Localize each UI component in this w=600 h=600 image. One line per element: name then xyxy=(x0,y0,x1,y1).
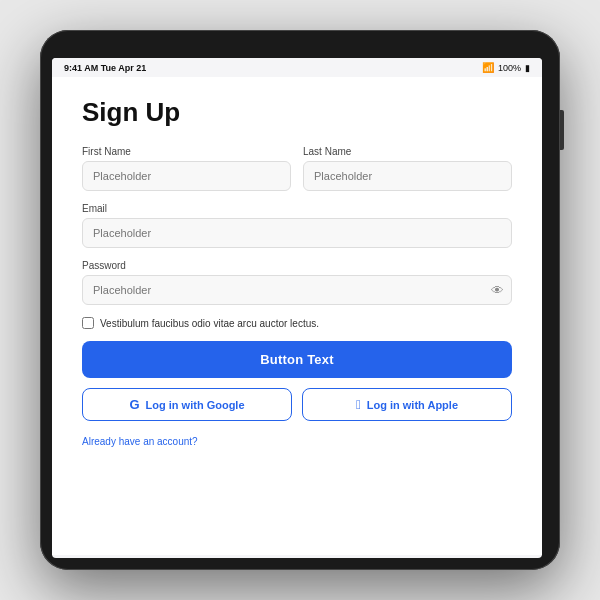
apple-login-button[interactable]:  Log in with Apple xyxy=(302,388,512,421)
apple-icon:  xyxy=(356,397,361,412)
name-row: First Name Last Name xyxy=(82,146,512,191)
terms-checkbox[interactable] xyxy=(82,317,94,329)
page-title: Sign Up xyxy=(82,97,512,128)
social-login-row: G Log in with Google  Log in with Apple xyxy=(82,388,512,421)
last-name-label: Last Name xyxy=(303,146,512,157)
status-time: 9:41 AM Tue Apr 21 xyxy=(64,63,146,73)
password-row: Password 👁 xyxy=(82,260,512,305)
google-login-button[interactable]: G Log in with Google xyxy=(82,388,292,421)
email-label: Email xyxy=(82,203,512,214)
tablet-screen: 9:41 AM Tue Apr 21 📶 100% ▮ Sign Up Firs… xyxy=(52,58,542,558)
content-area: Sign Up First Name Last Name Email xyxy=(52,77,542,555)
password-label: Password xyxy=(82,260,512,271)
google-icon: G xyxy=(129,397,139,412)
email-row: Email xyxy=(82,203,512,248)
apple-button-label: Log in with Apple xyxy=(367,399,458,411)
last-name-group: Last Name xyxy=(303,146,512,191)
first-name-label: First Name xyxy=(82,146,291,157)
side-button xyxy=(560,110,564,150)
first-name-input[interactable] xyxy=(82,161,291,191)
status-icons: 📶 100% ▮ xyxy=(482,62,530,73)
checkbox-row: Vestibulum faucibus odio vitae arcu auct… xyxy=(82,317,512,329)
password-group: Password 👁 xyxy=(82,260,512,305)
battery-label: 100% xyxy=(498,63,521,73)
wifi-icon: 📶 xyxy=(482,62,494,73)
primary-submit-button[interactable]: Button Text xyxy=(82,341,512,378)
already-account-link[interactable]: Already have an account? xyxy=(82,436,198,447)
email-group: Email xyxy=(82,203,512,248)
password-input[interactable] xyxy=(82,275,512,305)
last-name-input[interactable] xyxy=(303,161,512,191)
password-input-wrapper: 👁 xyxy=(82,275,512,305)
tablet-frame: 9:41 AM Tue Apr 21 📶 100% ▮ Sign Up Firs… xyxy=(40,30,560,570)
first-name-group: First Name xyxy=(82,146,291,191)
google-button-label: Log in with Google xyxy=(146,399,245,411)
terms-label: Vestibulum faucibus odio vitae arcu auct… xyxy=(100,318,319,329)
status-bar: 9:41 AM Tue Apr 21 📶 100% ▮ xyxy=(52,58,542,77)
toggle-password-icon[interactable]: 👁 xyxy=(491,283,504,298)
email-input[interactable] xyxy=(82,218,512,248)
battery-icon: ▮ xyxy=(525,63,530,73)
